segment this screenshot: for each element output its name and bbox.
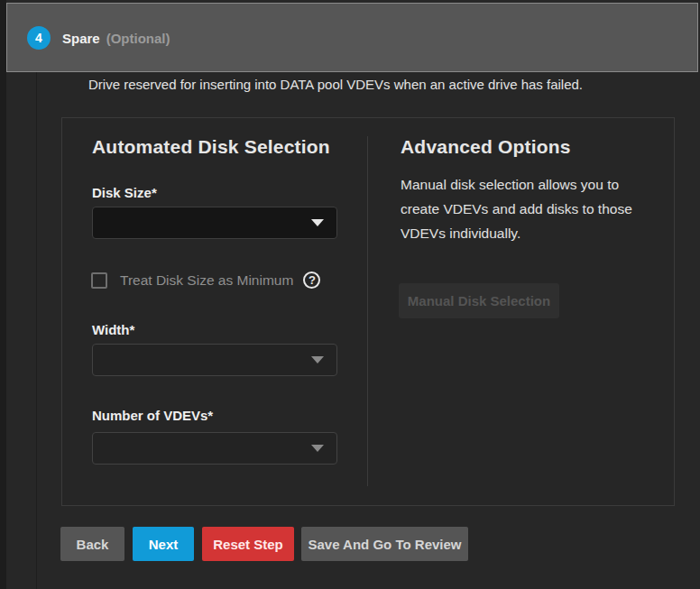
manual-disk-selection-button[interactable]: Manual Disk Selection	[399, 283, 559, 318]
left-edge-strip	[0, 0, 6, 589]
treat-disk-size-label: Treat Disk Size as Minimum	[120, 272, 293, 289]
step-header-spare[interactable]: 4 Spare (Optional)	[6, 3, 698, 72]
advanced-options-text: Manual disk selection allows you to crea…	[401, 172, 639, 245]
column-divider	[367, 136, 368, 486]
required-asterisk: *	[130, 322, 135, 337]
treat-disk-size-checkbox[interactable]	[91, 272, 107, 289]
help-icon[interactable]: ?	[303, 271, 320, 289]
step-title: Spare	[62, 31, 100, 46]
treat-disk-size-row: Treat Disk Size as Minimum ?	[91, 271, 320, 289]
step-description: Drive reserved for inserting into DATA p…	[88, 77, 666, 92]
step-optional-tag: (Optional)	[106, 31, 170, 46]
number-of-vdevs-label: Number of VDEVs*	[92, 408, 213, 423]
disk-size-select[interactable]	[92, 207, 337, 239]
number-of-vdevs-select[interactable]	[92, 432, 337, 465]
stepper-connector-line	[36, 72, 37, 589]
step-title-row: Spare (Optional)	[62, 4, 170, 73]
reset-step-button[interactable]: Reset Step	[202, 527, 294, 561]
back-button[interactable]: Back	[60, 527, 124, 561]
automated-disk-selection-heading: Automated Disk Selection	[92, 136, 330, 158]
required-asterisk: *	[207, 408, 213, 423]
chevron-down-icon	[311, 356, 324, 364]
next-button[interactable]: Next	[133, 527, 194, 561]
disk-size-label: Disk Size*	[92, 185, 157, 200]
step-number-badge: 4	[27, 26, 51, 50]
required-asterisk: *	[152, 185, 157, 200]
width-select[interactable]	[92, 344, 337, 376]
save-and-go-to-review-button[interactable]: Save And Go To Review	[301, 527, 468, 561]
disk-selection-panel: Automated Disk Selection Disk Size* Trea…	[61, 117, 675, 506]
width-label: Width*	[92, 322, 134, 337]
advanced-options-heading: Advanced Options	[401, 136, 571, 158]
chevron-down-icon	[311, 445, 324, 452]
chevron-down-icon	[311, 219, 324, 226]
spare-wizard-step-screen: 4 Spare (Optional) Drive reserved for in…	[0, 0, 700, 589]
